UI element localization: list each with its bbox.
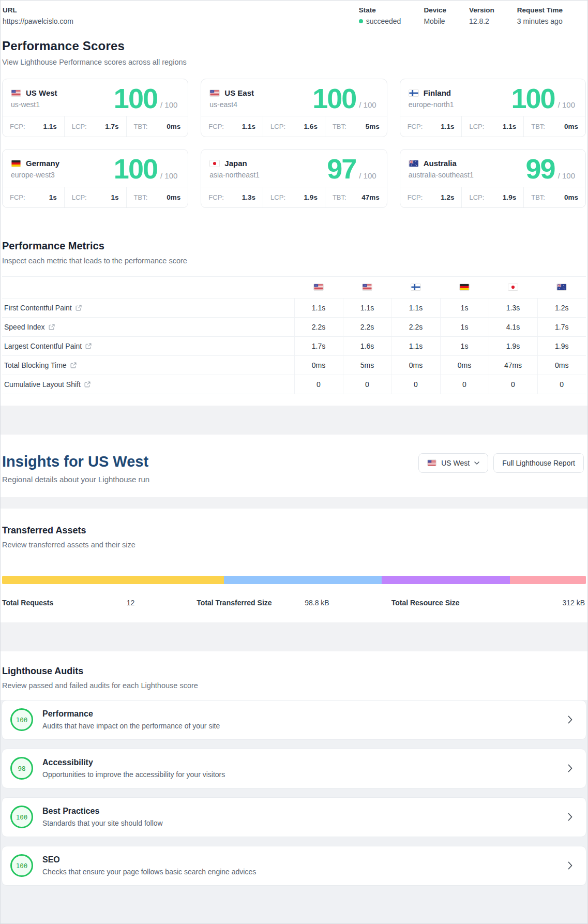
url-block: URL https://pawelcislo.com (3, 6, 73, 25)
status-dot-icon (359, 19, 363, 23)
us-flag-icon (343, 276, 391, 298)
us-flag-icon (294, 276, 343, 298)
assets-bar-segment (2, 576, 224, 584)
metric-link[interactable]: Total Blocking Time (4, 361, 77, 369)
device-value: Mobile (424, 17, 446, 25)
region-code: australia-southeast1 (409, 171, 474, 179)
region-selector-dropdown[interactable]: US West (418, 453, 488, 473)
metric-link[interactable]: First Contentful Paint (4, 304, 82, 312)
audit-row-best-practices[interactable]: 100 Best Practices Standards that your s… (2, 797, 586, 837)
germany-flag-icon (11, 160, 21, 167)
assets-size-bar (2, 576, 586, 584)
score-badge: 100 (10, 708, 33, 731)
chevron-right-icon (568, 861, 572, 870)
lighthouse-report-page: URL https://pawelcislo.com State succeed… (0, 0, 588, 924)
audit-name: Best Practices (42, 807, 163, 816)
region-code: us-east4 (209, 100, 254, 109)
performance-score: 100 (312, 85, 356, 112)
performance-score: 100 (511, 85, 555, 112)
audit-description: Checks that ensure your page follows bas… (42, 868, 256, 876)
section-subtitle: Review passed and failed audits for each… (2, 681, 586, 690)
external-link-icon (70, 362, 77, 368)
score-badge: 100 (10, 854, 33, 877)
australia-flag-icon (409, 160, 419, 167)
finland-flag-icon (391, 276, 440, 298)
section-title: Lighthouse Audits (2, 666, 586, 677)
australia-flag-icon (537, 276, 586, 298)
version-value: 12.8.2 (469, 17, 494, 25)
device-block: Device Mobile (424, 6, 446, 25)
chevron-right-icon (568, 813, 572, 821)
assets-bar-segment (224, 576, 382, 584)
audit-row-seo[interactable]: 100 SEO Checks that ensure your page fol… (2, 846, 586, 886)
request-time-value: 3 minutes ago (517, 17, 563, 25)
full-lighthouse-report-button[interactable]: Full Lighthouse Report (493, 453, 584, 473)
audit-name: Accessibility (42, 758, 225, 767)
section-title: Transferred Assets (2, 525, 586, 536)
request-time-block: Request Time 3 minutes ago (517, 6, 563, 25)
audit-description: Standards that your site should follow (42, 819, 163, 827)
germany-flag-icon (440, 276, 489, 298)
stat-total-resource-size: Total Resource Size 312 kB (391, 599, 586, 607)
metric-link[interactable]: Speed Index (4, 323, 55, 331)
insights-subtitle: Regional details about your Lighthouse r… (2, 475, 149, 484)
chevron-down-icon (474, 461, 479, 465)
audit-row-performance[interactable]: 100 Performance Audits that have impact … (2, 700, 586, 740)
metric-link[interactable]: Largest Contentful Paint (4, 342, 92, 350)
section-divider (1, 406, 587, 435)
score-denominator: / 100 (558, 100, 575, 112)
table-row: First Contentful Paint 1.1s 1.1s 1.1s 1s… (2, 298, 586, 317)
us-flag-icon (209, 90, 220, 97)
us-flag-icon (11, 90, 21, 97)
section-divider (1, 622, 587, 651)
region-score-card-japan: Japan asia-northeast1 97 / 100 FCP:1.3s … (201, 149, 387, 207)
performance-scores-section: Performance Scores View Lighthouse Perfo… (1, 39, 587, 208)
audit-name: SEO (42, 855, 256, 865)
performance-metrics-section: Performance Metrics Inspect each metric … (1, 240, 587, 394)
japan-flag-icon (489, 276, 537, 298)
score-badge: 100 (10, 806, 33, 828)
performance-metrics-table: First Contentful Paint 1.1s 1.1s 1.1s 1s… (2, 276, 586, 394)
table-row: Largest Contentful Paint 1.7s 1.6s 1.1s … (2, 336, 586, 355)
audit-name: Performance (42, 709, 220, 719)
japan-flag-icon (209, 160, 220, 167)
performance-score: 100 (114, 156, 157, 182)
finland-flag-icon (409, 90, 419, 97)
assets-bar-segment (510, 576, 586, 584)
region-name: US West (26, 88, 57, 97)
flags-header-row (2, 276, 586, 298)
url-label: URL (3, 6, 73, 14)
table-row: Cumulative Layout Shift 0 0 0 0 0 0 (2, 375, 586, 394)
stat-total-transferred-size: Total Transferred Size 98.8 kB (197, 599, 391, 607)
region-name: Germany (26, 159, 59, 168)
section-title: Performance Scores (2, 39, 586, 53)
score-denominator: / 100 (558, 171, 575, 183)
transferred-assets-section: Transferred Assets Review transferred as… (1, 525, 587, 607)
section-subtitle: Inspect each metric that leads to the pe… (2, 257, 586, 265)
region-score-card-finland: Finland europe-north1 100 / 100 FCP:1.1s… (400, 79, 586, 137)
audit-row-accessibility[interactable]: 98 Accessibility Opportunities to improv… (2, 749, 586, 788)
url-value: https://pawelcislo.com (3, 17, 73, 25)
external-link-icon (85, 343, 92, 349)
version-block: Version 12.8.2 (469, 6, 494, 25)
table-row: Speed Index 2.2s 2.2s 2.2s 1s 4.1s 1.7s (2, 317, 586, 336)
region-name: Australia (424, 159, 457, 168)
region-name: Japan (224, 159, 247, 168)
external-link-icon (49, 324, 55, 330)
insights-section: Insights for US West Regional details ab… (1, 453, 587, 484)
score-denominator: / 100 (359, 171, 376, 183)
audits-list: 100 Performance Audits that have impact … (1, 700, 587, 923)
metric-link[interactable]: Cumulative Layout Shift (4, 380, 91, 389)
audit-description: Audits that have impact on the performan… (42, 722, 220, 730)
section-title: Performance Metrics (2, 240, 586, 252)
section-subtitle: View Lighthouse Performance scores acros… (2, 58, 586, 66)
score-denominator: / 100 (359, 100, 376, 112)
region-name: US East (224, 88, 254, 97)
assets-stats-row: Total Requests 12 Total Transferred Size… (2, 599, 586, 607)
external-link-icon (76, 305, 82, 311)
lighthouse-audits-section: Lighthouse Audits Review passed and fail… (1, 666, 587, 690)
report-meta-header: URL https://pawelcislo.com State succeed… (1, 1, 587, 33)
score-badge: 98 (10, 757, 33, 780)
state-value: succeeded (366, 17, 401, 25)
region-score-card-germany: Germany europe-west3 100 / 100 FCP:1s LC… (2, 149, 188, 207)
